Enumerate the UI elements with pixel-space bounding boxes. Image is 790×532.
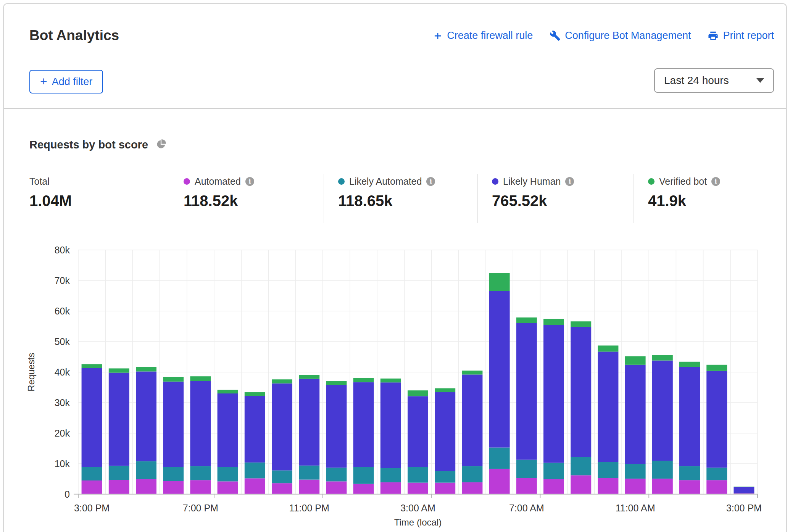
print-report-link[interactable]: Print report xyxy=(708,30,774,42)
stat-total-value: 1.04M xyxy=(29,192,72,210)
stat-likely-human: Likely Human i 765.52k xyxy=(492,176,574,210)
stat-likely-automated: Likely Automated i 118.65k xyxy=(338,176,435,210)
stat-likely-human-label: Likely Human xyxy=(503,176,561,187)
svg-text:70k: 70k xyxy=(55,275,70,286)
add-filter-label: Add filter xyxy=(52,76,93,88)
svg-text:80k: 80k xyxy=(55,245,70,255)
stat-divider xyxy=(324,174,324,223)
info-icon[interactable]: i xyxy=(245,177,254,186)
page-title: Bot Analytics xyxy=(29,27,119,44)
svg-text:11:00 PM: 11:00 PM xyxy=(289,503,329,513)
requests-by-bot-score-chart[interactable]: 010k20k30k40k50k60k70k80k3:00 PM7:00 PM1… xyxy=(23,240,779,532)
automated-legend-dot xyxy=(184,178,190,185)
likely-human-legend-dot xyxy=(492,178,498,185)
chevron-down-icon xyxy=(756,78,764,83)
stat-verified-bot-value: 41.9k xyxy=(648,192,720,210)
header-actions: Create firewall rule Configure Bot Manag… xyxy=(433,30,774,42)
svg-text:3:00 AM: 3:00 AM xyxy=(400,503,435,513)
section-title: Requests by bot score xyxy=(29,139,148,151)
info-icon[interactable]: i xyxy=(711,177,720,186)
stat-divider xyxy=(477,174,478,223)
plus-icon xyxy=(433,31,443,41)
stat-automated: Automated i 118.52k xyxy=(184,176,254,210)
info-icon[interactable]: i xyxy=(565,177,574,186)
print-report-label: Print report xyxy=(723,30,774,42)
header-divider xyxy=(4,108,786,109)
svg-text:20k: 20k xyxy=(55,428,70,438)
stat-likely-automated-value: 118.65k xyxy=(338,192,435,210)
stat-likely-automated-label: Likely Automated xyxy=(349,176,422,187)
wrench-icon xyxy=(550,30,561,41)
section-title-row: Requests by bot score xyxy=(29,139,166,151)
stat-divider xyxy=(634,174,634,223)
printer-icon xyxy=(708,30,719,41)
svg-text:60k: 60k xyxy=(55,306,70,316)
likely-automated-legend-dot xyxy=(338,178,345,185)
stat-divider xyxy=(170,174,170,223)
create-firewall-rule-link[interactable]: Create firewall rule xyxy=(433,30,533,42)
stat-likely-human-value: 765.52k xyxy=(492,192,574,210)
create-firewall-rule-label: Create firewall rule xyxy=(447,30,533,42)
info-icon[interactable]: i xyxy=(426,177,435,186)
stat-verified-bot-label: Verified bot xyxy=(659,176,707,187)
svg-text:7:00 AM: 7:00 AM xyxy=(509,503,544,513)
svg-text:10k: 10k xyxy=(55,458,70,469)
stat-automated-label: Automated xyxy=(195,176,241,187)
time-range-value: Last 24 hours xyxy=(664,74,756,87)
svg-text:Requests: Requests xyxy=(26,353,36,391)
svg-text:3:00 PM: 3:00 PM xyxy=(726,503,762,513)
bot-analytics-page: Bot Analytics Create firewall rule Confi… xyxy=(0,0,790,532)
plus-icon: + xyxy=(40,75,47,87)
svg-text:0: 0 xyxy=(64,489,70,500)
verified-bot-legend-dot xyxy=(648,178,655,185)
stat-total-label: Total xyxy=(29,176,50,187)
stat-total: Total 1.04M xyxy=(29,176,72,210)
pie-chart-icon xyxy=(156,139,166,151)
svg-text:Time (local): Time (local) xyxy=(394,517,442,527)
stat-automated-value: 118.52k xyxy=(184,192,254,210)
stat-verified-bot: Verified bot i 41.9k xyxy=(648,176,720,210)
svg-text:30k: 30k xyxy=(55,397,70,408)
svg-text:40k: 40k xyxy=(55,367,70,377)
add-filter-button[interactable]: + Add filter xyxy=(29,70,103,94)
svg-text:50k: 50k xyxy=(55,336,70,347)
svg-text:11:00 AM: 11:00 AM xyxy=(616,503,655,513)
configure-bot-management-label: Configure Bot Management xyxy=(565,30,691,42)
configure-bot-management-link[interactable]: Configure Bot Management xyxy=(550,30,691,42)
time-range-dropdown[interactable]: Last 24 hours xyxy=(654,68,774,93)
svg-text:7:00 PM: 7:00 PM xyxy=(183,503,218,513)
svg-text:3:00 PM: 3:00 PM xyxy=(74,503,110,513)
